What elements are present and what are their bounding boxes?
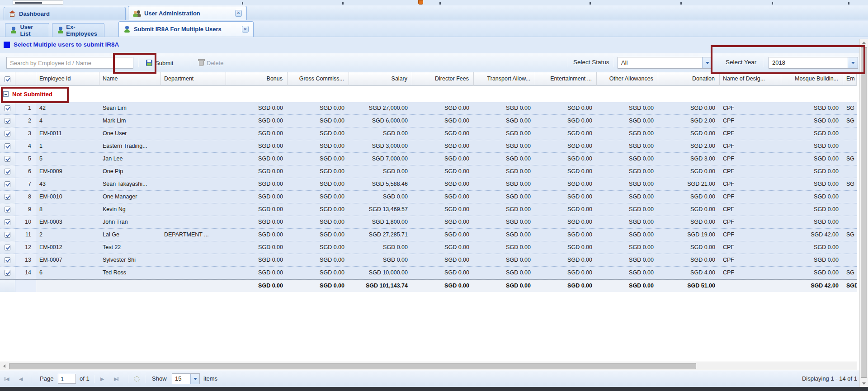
cell-bonus: SGD 0.00 <box>226 127 288 140</box>
table-row[interactable]: 55Jan LeeSGD 0.00SGD 0.00SGD 7,000.00SGD… <box>0 153 857 165</box>
scroll-up-icon[interactable] <box>860 39 868 46</box>
row-checkbox[interactable] <box>5 257 10 263</box>
cell-bonus: SGD 0.00 <box>226 241 288 254</box>
cell-employee-id: 2 <box>36 229 99 241</box>
header-select-all[interactable] <box>0 72 15 86</box>
chevron-down-icon[interactable] <box>702 57 712 68</box>
table-row[interactable]: 8EM-0010One ManagerSGD 0.00SGD 0.00SGD 0… <box>0 191 857 203</box>
delete-button[interactable]: Delete <box>195 57 227 69</box>
clipped-background-page <box>0 0 868 5</box>
row-checkbox[interactable] <box>5 219 10 225</box>
header-entertainment[interactable]: Entertainment ... <box>535 72 597 86</box>
row-select-cell <box>0 216 15 228</box>
header-salary[interactable]: Salary <box>349 72 412 86</box>
header-row-number[interactable] <box>15 72 36 86</box>
row-checkbox[interactable] <box>5 232 10 238</box>
horizontal-scroll-thumb[interactable] <box>9 363 696 369</box>
next-page-button[interactable]: ▶ <box>100 370 104 387</box>
cell-entertainment: SGD 0.00 <box>535 267 597 279</box>
table-row[interactable]: 3EM-0011One UserSGD 0.00SGD 0.00SGD 0.00… <box>0 127 857 140</box>
cell-salary: SGD 6,000.00 <box>349 115 412 127</box>
cell-other-allowances: SGD 0.00 <box>597 254 658 266</box>
page-size-select[interactable]: 15 <box>172 373 200 384</box>
row-checkbox[interactable] <box>5 118 10 124</box>
table-row[interactable]: 41Eastern Trading...SGD 0.00SGD 0.00SGD … <box>0 140 857 153</box>
table-row[interactable]: 24Mark LimSGD 0.00SGD 0.00SGD 6,000.00SG… <box>0 115 857 127</box>
scroll-left-icon[interactable] <box>0 363 8 370</box>
row-checkbox[interactable] <box>5 131 10 137</box>
row-checkbox[interactable] <box>5 156 10 162</box>
cell-gross-commission: SGD 0.00 <box>288 153 349 165</box>
tab-user-administration[interactable]: User Administration ✕ <box>128 6 247 20</box>
year-select[interactable]: 2018 <box>769 57 858 69</box>
row-checkbox[interactable] <box>5 245 10 250</box>
header-gross-commission[interactable]: Gross Commiss... <box>288 72 349 86</box>
row-checkbox[interactable] <box>5 194 10 200</box>
close-tab-icon[interactable]: ✕ <box>235 10 242 17</box>
tab-dashboard[interactable]: Dashboard <box>4 7 126 20</box>
table-row[interactable]: 112Lai GeDEPARTMENT ...SGD 0.00SGD 0.00S… <box>0 229 857 241</box>
row-checkbox[interactable] <box>5 169 10 174</box>
row-checkbox[interactable] <box>5 105 10 111</box>
first-page-button[interactable]: ◀ <box>5 370 9 387</box>
cell-director-fees: SGD 0.00 <box>412 115 474 127</box>
tab-label: User Administration <box>144 10 232 17</box>
table-row[interactable]: 98Kevin NgSGD 0.00SGD 0.00SGD 13,469.57S… <box>0 203 857 216</box>
tab-submit-ir8a[interactable]: Submit IR8A For Multiple Users ✕ <box>118 21 254 37</box>
tab-label: User List <box>20 24 44 37</box>
cell-director-fees: SGD 0.00 <box>412 254 474 266</box>
header-other-allowances[interactable]: Other Allowances <box>597 72 658 86</box>
table-row[interactable]: 142Sean LimSGD 0.00SGD 0.00SGD 27,000.00… <box>0 102 857 115</box>
prev-page-button[interactable]: ◀ <box>19 370 23 387</box>
last-page-button[interactable]: ▶ <box>114 370 118 387</box>
cell-employee-id: EM-0007 <box>36 254 99 266</box>
page-label: Page <box>40 375 53 382</box>
header-bonus[interactable]: Bonus <box>226 72 288 86</box>
header-department[interactable]: Department <box>161 72 226 86</box>
summary-employee: SGD <box>843 280 857 292</box>
vertical-scroll-thumb[interactable] <box>861 47 867 378</box>
status-select[interactable]: All <box>618 57 712 69</box>
horizontal-scrollbar[interactable] <box>0 362 857 370</box>
scroll-down-icon[interactable] <box>860 380 868 387</box>
table-row[interactable]: 6EM-0009One PipSGD 0.00SGD 0.00SGD 0.00S… <box>0 165 857 178</box>
collapse-group-icon[interactable] <box>3 91 9 97</box>
header-name[interactable]: Name <box>99 72 161 86</box>
row-checkbox[interactable] <box>5 270 10 276</box>
page-number-input[interactable] <box>58 374 76 384</box>
group-row-not-submitted[interactable]: Not Submitted <box>0 86 857 102</box>
table-row[interactable]: 146Ted RossSGD 0.00SGD 0.00SGD 10,000.00… <box>0 267 857 279</box>
row-checkbox[interactable] <box>5 207 10 212</box>
header-employee-id[interactable]: Employee Id <box>36 72 99 86</box>
search-input[interactable] <box>6 57 133 69</box>
select-all-checkbox[interactable] <box>5 76 10 82</box>
cell-row-number: 9 <box>15 203 36 216</box>
close-tab-icon[interactable]: ✕ <box>242 26 249 33</box>
chevron-down-icon[interactable] <box>848 57 858 68</box>
cell-employee-id: EM-0011 <box>36 127 99 140</box>
vertical-scrollbar[interactable] <box>859 39 868 387</box>
submit-button[interactable]: Submit <box>142 57 177 69</box>
page-size-value: 15 <box>172 374 190 384</box>
cell-row-number: 1 <box>15 102 36 114</box>
table-row[interactable]: 10EM-0003John TranSGD 0.00SGD 0.00SGD 1,… <box>0 216 857 229</box>
tab-ex-employees[interactable]: Ex-Employees <box>52 23 104 37</box>
row-checkbox[interactable] <box>5 143 10 149</box>
table-row[interactable]: 743Sean Takayashi...SGD 0.00SGD 0.00SGD … <box>0 178 857 191</box>
summary-select-cell <box>0 280 15 292</box>
header-transport-allowance[interactable]: Transport Allow... <box>474 72 535 86</box>
cell-donation: SGD 3.00 <box>658 153 720 165</box>
row-checkbox[interactable] <box>5 181 10 187</box>
header-donation[interactable]: Donation <box>658 72 720 86</box>
header-name-of-designation[interactable]: Name of Desig... <box>720 72 781 86</box>
table-row[interactable]: 12EM-0012Test 22SGD 0.00SGD 0.00SGD 0.00… <box>0 241 857 254</box>
refresh-icon[interactable] <box>134 370 140 387</box>
cell-director-fees: SGD 0.00 <box>412 153 474 165</box>
header-mosque-building[interactable]: Mosque Buildin... <box>781 72 843 86</box>
header-employee[interactable]: Em <box>843 72 857 86</box>
table-row[interactable]: 13EM-0007Sylvester ShiSGD 0.00SGD 0.00SG… <box>0 254 857 267</box>
chevron-down-icon[interactable] <box>190 374 199 384</box>
header-director-fees[interactable]: Director Fees <box>412 72 474 86</box>
row-select-cell <box>0 115 15 127</box>
tab-user-list[interactable]: User List <box>5 23 49 37</box>
